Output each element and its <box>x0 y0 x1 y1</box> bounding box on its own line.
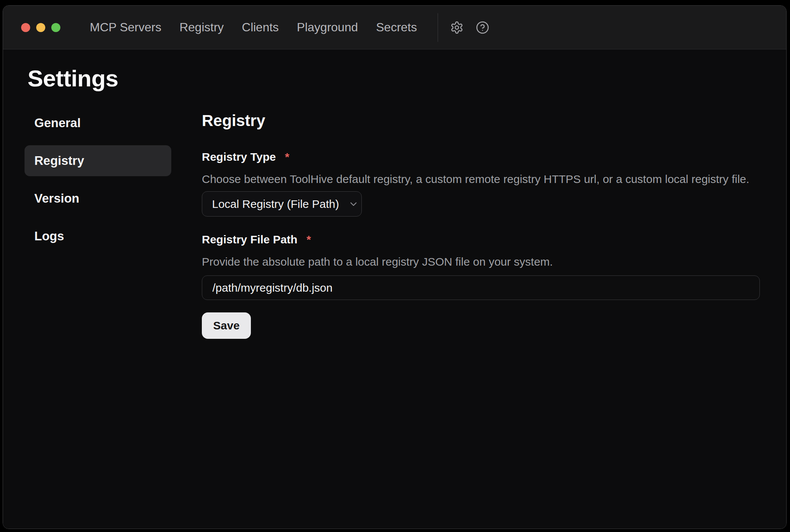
registry-type-description: Choose between ToolHive default registry… <box>202 172 761 186</box>
save-button[interactable]: Save <box>202 312 251 339</box>
nav-item-secrets[interactable]: Secrets <box>376 20 417 34</box>
nav-item-registry[interactable]: Registry <box>180 20 224 34</box>
registry-file-path-label: Registry File Path <box>202 232 297 247</box>
sidebar-item-logs[interactable]: Logs <box>25 221 171 252</box>
required-asterisk: * <box>285 150 289 164</box>
window-controls <box>21 23 60 32</box>
zoom-window-button[interactable] <box>51 23 60 32</box>
minimize-window-button[interactable] <box>36 23 45 32</box>
close-window-button[interactable] <box>21 23 30 32</box>
section-heading: Registry <box>202 111 761 130</box>
registry-type-selected-value: Local Registry (File Path) <box>212 198 339 211</box>
page-title: Settings <box>28 65 786 92</box>
main-nav: MCP Servers Registry Clients Playground … <box>90 20 417 34</box>
titlebar-divider <box>438 13 438 42</box>
nav-item-playground[interactable]: Playground <box>297 20 358 34</box>
help-button[interactable] <box>475 20 490 35</box>
sidebar-item-general[interactable]: General <box>25 108 171 138</box>
app-window: MCP Servers Registry Clients Playground … <box>3 5 787 529</box>
registry-file-path-input[interactable] <box>202 275 760 300</box>
registry-type-select[interactable]: Local Registry (File Path) <box>202 191 362 217</box>
gear-icon <box>450 21 464 34</box>
settings-gear-button[interactable] <box>449 20 464 35</box>
nav-item-clients[interactable]: Clients <box>242 20 279 34</box>
registry-type-label: Registry Type <box>202 150 276 164</box>
registry-file-path-description: Provide the absolute path to a local reg… <box>202 255 761 269</box>
required-asterisk: * <box>306 232 311 247</box>
registry-settings-panel: Registry Registry Type * Choose between … <box>202 108 761 339</box>
chevron-down-icon <box>348 199 359 209</box>
title-bar: MCP Servers Registry Clients Playground … <box>3 6 786 49</box>
settings-sidebar: General Registry Version Logs <box>25 108 171 339</box>
help-icon <box>476 21 489 34</box>
sidebar-item-registry[interactable]: Registry <box>25 145 171 176</box>
nav-item-mcp-servers[interactable]: MCP Servers <box>90 20 161 34</box>
settings-page: Settings General Registry Version Logs R… <box>3 49 786 529</box>
sidebar-item-version[interactable]: Version <box>25 183 171 214</box>
